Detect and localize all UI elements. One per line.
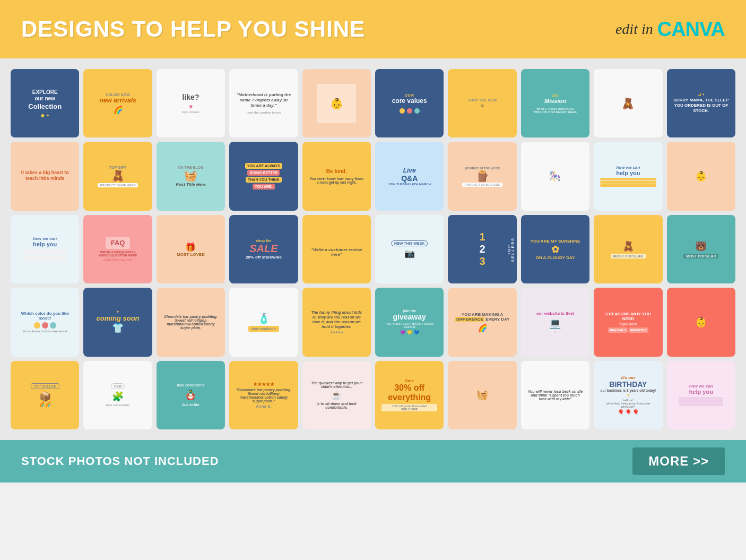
card-doing-better[interactable]: YOU ARE ALWAYS DOING BETTER THAN YOU THI… (229, 142, 298, 210)
card-help-you-1[interactable]: how we can help you (594, 142, 662, 210)
footer-stock-text: STOCK PHOTOS NOT INCLUDED (21, 454, 219, 468)
card-blog-post[interactable]: ON THE BLOG 🧺 Post Title Here (157, 142, 225, 210)
card-chocolate-bar[interactable]: Chocolate bar pastry pudding. Sweet roll… (157, 288, 225, 356)
card-shop-the-new[interactable]: SHOP THE NEW ≡ (448, 69, 516, 137)
card-coming-soon[interactable]: ✦ coming soon 👕 (83, 288, 152, 356)
edit-in-label: edit in (615, 21, 653, 38)
card-funny-kids[interactable]: The funny thing about kids is, they are … (302, 288, 371, 356)
card-help-you-2[interactable]: how we can help you (11, 215, 79, 283)
card-giveaway[interactable]: join the giveaway TAG YOUR BEST BACK FRI… (375, 288, 444, 356)
card-photo2[interactable]: 🧸 (594, 69, 662, 137)
card-photo3[interactable]: 🎠 (521, 142, 589, 210)
card-3-reasons[interactable]: 3 REASONS WHY YOU NEED topic here REASON… (594, 288, 662, 356)
card-making-difference[interactable]: YOU ARE MAKING A DIFFERENCE EVERY DAY 🌈 (448, 288, 516, 356)
card-customer-review[interactable]: ★★★★★ "Write a customer review here" (302, 215, 371, 283)
card-motherhood-quote[interactable]: "Motherhood is putting the same 7 object… (229, 69, 298, 137)
card-be-kind[interactable]: Be kind. You never know how many times a… (302, 142, 371, 210)
header-title: DESIGNS TO HELP YOU SHINE (21, 16, 365, 42)
card-now-available[interactable]: 🧴 now available (229, 288, 298, 356)
card-faq[interactable]: FAQ WRITE A FREQUENTLYASKED QUESTION HER… (83, 215, 152, 283)
card-explore-collection[interactable]: EXPLOREour newCollection ⭐ ✦ (11, 69, 79, 137)
card-top-seller[interactable]: TOP SELLER 📦 🌈 🌈 (11, 361, 79, 429)
card-photo5[interactable]: 🧸 MOST POPULAR (594, 215, 662, 283)
footer: STOCK PHOTOS NOT INCLUDED MORE >> (0, 440, 746, 483)
card-sorry-mama[interactable]: 🌙 ✦ SORRY MAMA, THE SLEEP YOU ORDERED IS… (667, 69, 735, 137)
card-sale-30[interactable]: Sale 30% offeverything 10% off your firs… (375, 361, 444, 429)
card-quickest-way[interactable]: The quickest way to get your child's att… (302, 361, 371, 429)
card-most-loved[interactable]: 🎁 MOST LOVED (157, 215, 225, 283)
card-our-mission[interactable]: Our Mission WRITE YOUR BUSINESSMISSION S… (521, 69, 589, 137)
card-grid: EXPLOREour newCollection ⭐ ✦ ONLINE NOW … (11, 69, 735, 429)
canva-label: CANVA (657, 18, 725, 41)
card-photo4[interactable]: 👶 (667, 142, 735, 210)
card-photo8[interactable]: 🧺 (448, 361, 516, 429)
card-never-look-back[interactable]: You will never look back on life and thi… (521, 361, 589, 429)
card-link-in-bio[interactable]: new collections 🪆 link in bio (157, 361, 225, 429)
card-big-heart[interactable]: it takes a big heart to teach little min… (11, 142, 79, 210)
card-helpyou-2[interactable]: how we can help you (667, 361, 735, 429)
card-product-week[interactable]: product of the week 🪵 PRODUCT NAME HERE (448, 142, 516, 210)
card-new-photo[interactable]: new 🧩 new collections (83, 361, 152, 429)
card-new-arrivals[interactable]: ONLINE NOW new arrivals 🌈 (83, 69, 152, 137)
card-new-this-week[interactable]: NEW THIS WEEK 📷 (375, 215, 444, 283)
card-birthday[interactable]: it's our BIRTHDAY our business is 3 year… (594, 361, 662, 429)
card-website-live[interactable]: our website is live! 💻 + (521, 288, 589, 356)
footer-more-button[interactable]: MORE >> (632, 447, 725, 475)
card-live-qa[interactable]: Live Q&A JOIN TUESDAY 6TH MARCH (375, 142, 444, 210)
card-top-gift[interactable]: TOP GIFT 🧸 PRODUCT NAME HERE (83, 142, 152, 210)
card-photo1[interactable]: 👶 (302, 69, 371, 137)
card-sunshine[interactable]: YOU ARE MY SUNSHINE ✿ ON A CLOUDY DAY (521, 215, 589, 283)
header-right: edit in CANVA (615, 18, 725, 41)
card-review-quote[interactable]: ★★★★★ "Chocolate bar pastry pudding. Swe… (229, 361, 298, 429)
card-like[interactable]: like? ♥ toys shown (157, 69, 225, 137)
card-which-color[interactable]: Which color do you like most? let us kno… (11, 288, 79, 356)
main-content: EXPLOREour newCollection ⭐ ✦ ONLINE NOW … (0, 58, 746, 440)
card-photo6[interactable]: 🐻 MOST POPULAR (667, 215, 735, 283)
card-core-values[interactable]: Our core values (375, 69, 444, 137)
header: DESIGNS TO HELP YOU SHINE edit in CANVA (0, 0, 746, 58)
card-photo7[interactable]: 👶 (667, 288, 735, 356)
card-sale[interactable]: shop the SALE 20% off storewide (229, 215, 298, 283)
card-top-sellers[interactable]: 1 2 3 TOP SELLERS (448, 215, 516, 283)
